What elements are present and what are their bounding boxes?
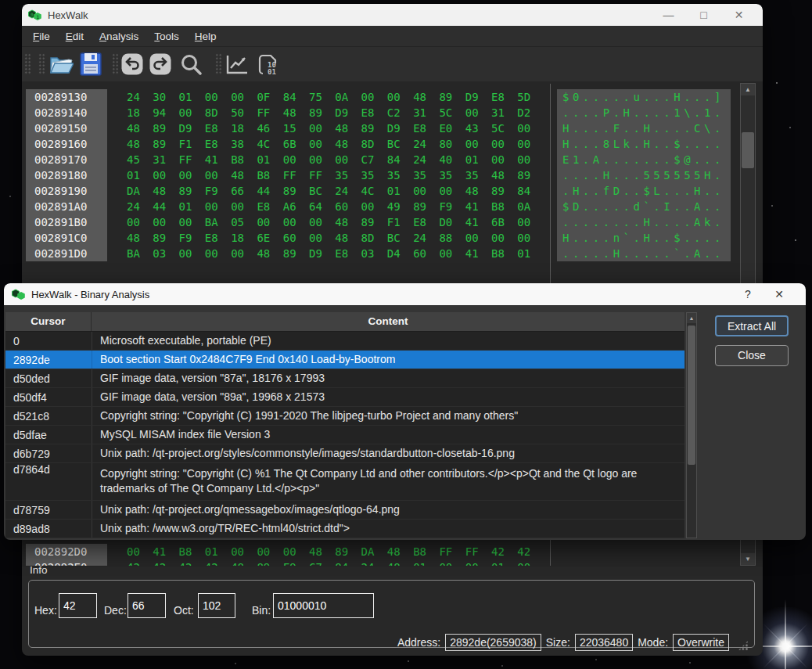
hex-bytes[interactable]: 48 89 F1 E8 38 4C 6B 00 48 8D BC 24 80 0…: [127, 136, 530, 152]
analysis-row-cursor: d78759: [5, 504, 92, 516]
hex-bytes[interactable]: 48 89 F9 E8 18 6E 60 00 48 8D BC 24 88 0…: [127, 230, 530, 246]
analysis-row[interactable]: 0Microsoft executable, portable (PE): [5, 332, 684, 351]
hex-bytes[interactable]: 45 31 FF 41 B8 01 00 00 00 C7 84 24 40 0…: [127, 152, 530, 167]
hex-ascii[interactable]: $D.....d`.I..A..: [557, 199, 731, 214]
hex-address[interactable]: 002892D0: [26, 544, 107, 559]
analysis-row[interactable]: d7864dCopyright string: "Copyright (C) %…: [5, 463, 684, 501]
hex-row: 0028915048 89 D9 E8 18 46 15 00 48 89 D9…: [26, 120, 530, 136]
analysis-row-content: MySQL MISAM index file Version 3: [92, 426, 684, 444]
undo-icon[interactable]: [121, 53, 143, 75]
toolbar-grip[interactable]: [215, 53, 222, 75]
hex-address[interactable]: 00289190: [26, 183, 107, 199]
address-value[interactable]: 2892de(2659038): [445, 634, 541, 651]
hex-address[interactable]: 002891C0: [26, 230, 107, 246]
hex-address[interactable]: 002891D0: [26, 246, 107, 261]
dialog-scrollbar[interactable]: ▲: [686, 312, 697, 538]
dialog-help-button[interactable]: ?: [732, 288, 763, 300]
save-icon[interactable]: [80, 52, 102, 76]
hex-ascii[interactable]: H....n`.H..$....: [557, 230, 731, 246]
hex-address[interactable]: 002891B0: [26, 214, 107, 230]
analysis-row[interactable]: d521c8Copyright string: "Copyright (C) 1…: [5, 407, 684, 426]
window-titlebar[interactable]: 0 1 HexWalk — □ ✕: [22, 4, 763, 26]
hex-ascii[interactable]: .....H.....`.A..: [557, 246, 731, 261]
open-file-icon[interactable]: [48, 52, 74, 77]
menu-edit[interactable]: Edit: [58, 28, 92, 45]
chart-icon[interactable]: [226, 55, 248, 74]
hex-ascii[interactable]: E1.A.......$@...: [557, 152, 731, 167]
hex-bytes[interactable]: 00 41 B8 01 00 00 00 48 89 DA 48 B8 FF F…: [127, 544, 530, 559]
hex-address[interactable]: 00289160: [26, 136, 107, 152]
analysis-row[interactable]: d50dedGIF image data, version "87a", 181…: [5, 369, 684, 388]
size-value[interactable]: 22036480: [575, 634, 633, 651]
hex-address[interactable]: 00289180: [26, 167, 107, 183]
search-icon[interactable]: [179, 52, 203, 77]
analysis-row[interactable]: d89ad8Unix path: /www.w3.org/TR/REC-html…: [5, 520, 684, 538]
close-action-button[interactable]: Close: [715, 345, 789, 366]
hex-ascii[interactable]: H...8Lk.H..$....: [557, 136, 731, 152]
menu-tools[interactable]: Tools: [146, 28, 187, 45]
hex-ascii[interactable]: ....H...555555H.: [557, 167, 731, 183]
menu-help[interactable]: Help: [187, 28, 225, 45]
analysis-row[interactable]: d78759Unix path: /qt-project.org/qmessag…: [5, 501, 684, 520]
info-field-input-bin[interactable]: [273, 593, 374, 618]
binary-analysis-icon[interactable]: 10 01: [257, 52, 281, 77]
hex-ascii[interactable]: ........H....Ak.: [557, 214, 731, 230]
scrollbar-thumb[interactable]: [688, 326, 695, 465]
scrollbar-thumb[interactable]: [742, 132, 754, 168]
analysis-row[interactable]: d50df4GIF image data, version "89a", 199…: [5, 388, 684, 407]
hex-ascii[interactable]: ....P.H....1\.1.: [557, 105, 731, 120]
redo-icon[interactable]: [149, 53, 171, 75]
window-title: HexWalk: [48, 9, 88, 21]
extract-all-button[interactable]: Extract All: [715, 315, 789, 336]
hex-bytes[interactable]: 01 00 00 00 48 B8 FF FF 35 35 35 35 35 3…: [127, 167, 530, 183]
menu-analysis[interactable]: Analysis: [92, 28, 146, 45]
hex-ascii[interactable]: .H..fD..$L...H..: [557, 183, 731, 199]
mode-value[interactable]: Overwrite: [673, 634, 729, 651]
svg-text:1: 1: [36, 14, 39, 20]
hex-ascii[interactable]: H....F..H....C\.: [557, 120, 731, 136]
hex-ascii[interactable]: $0.....u...H...]: [557, 89, 731, 105]
star: [771, 205, 773, 207]
toolbar-grip[interactable]: [112, 53, 119, 75]
hex-address[interactable]: 00289150: [26, 120, 107, 136]
column-header-content[interactable]: Content: [92, 312, 684, 331]
hex-address[interactable]: 00289140: [26, 105, 107, 120]
dialog-titlebar[interactable]: HexWalk - Binary Analysis ? ✕: [4, 283, 806, 305]
analysis-row-content: Unix path: /www.w3.org/TR/REC-html40/str…: [92, 520, 684, 538]
hex-bytes[interactable]: BA 03 00 00 00 48 89 D9 E8 03 D4 60 00 4…: [127, 246, 530, 261]
analysis-row-content: Unix path: /qt-project.org/styles/common…: [92, 444, 684, 462]
analysis-row[interactable]: d5dfaeMySQL MISAM index file Version 3: [5, 426, 684, 444]
analysis-row-content: Boot section Start 0x2484C7F9 End 0x140 …: [92, 351, 684, 369]
hex-bytes[interactable]: 24 44 01 00 00 E8 A6 64 60 00 49 89 F9 4…: [127, 199, 530, 214]
analysis-row-content: Copyright string: "Copyright (C) 1991-20…: [92, 407, 684, 425]
hex-bytes[interactable]: DA 48 89 F9 66 44 89 BC 24 4C 01 00 00 4…: [127, 183, 530, 199]
info-field-input-dec[interactable]: [128, 593, 166, 618]
toolbar-grip[interactable]: [24, 53, 31, 75]
analysis-row[interactable]: d6b729Unix path: /qt-project.org/styles/…: [5, 444, 684, 463]
maximize-button[interactable]: □: [686, 4, 721, 26]
scroll-up-icon[interactable]: ▲: [687, 313, 696, 323]
minimize-button[interactable]: —: [651, 4, 686, 26]
hex-bytes[interactable]: 48 89 D9 E8 18 46 15 00 48 89 D9 E8 E0 4…: [127, 120, 530, 136]
scroll-down-icon[interactable]: ▼: [741, 553, 755, 565]
info-field-input-hex[interactable]: [59, 593, 97, 618]
column-header-cursor[interactable]: Cursor: [5, 312, 92, 331]
dialog-close-button[interactable]: ✕: [763, 288, 795, 300]
svg-text:0: 0: [31, 12, 34, 17]
info-field-label: Oct:: [174, 604, 194, 617]
close-button[interactable]: ✕: [721, 4, 756, 26]
hex-address[interactable]: 00289130: [26, 89, 107, 105]
analysis-row[interactable]: 2892deBoot section Start 0x2484C7F9 End …: [5, 351, 684, 369]
hex-bytes[interactable]: 24 30 01 00 00 0F 84 75 0A 00 00 48 89 D…: [127, 89, 530, 105]
hex-address[interactable]: 00289170: [26, 152, 107, 167]
hex-bytes[interactable]: 00 00 00 BA 05 00 00 00 48 89 F1 E8 D0 4…: [127, 214, 530, 230]
hex-bytes[interactable]: 42 42 42 42 48 89 F9 C7 84 24 48 01 00 0…: [127, 559, 530, 566]
info-field-input-oct[interactable]: [198, 593, 235, 618]
scroll-up-icon[interactable]: ▲: [741, 84, 755, 95]
menu-file[interactable]: File: [25, 28, 58, 45]
hex-address[interactable]: 002891A0: [26, 199, 107, 214]
hex-bytes[interactable]: 18 94 00 8D 50 FF 48 89 D9 E8 C2 31 5C 0…: [127, 105, 530, 120]
table-header[interactable]: Cursor Content: [5, 312, 684, 332]
toolbar-grip[interactable]: [38, 53, 45, 75]
address-label: Address:: [397, 636, 440, 649]
